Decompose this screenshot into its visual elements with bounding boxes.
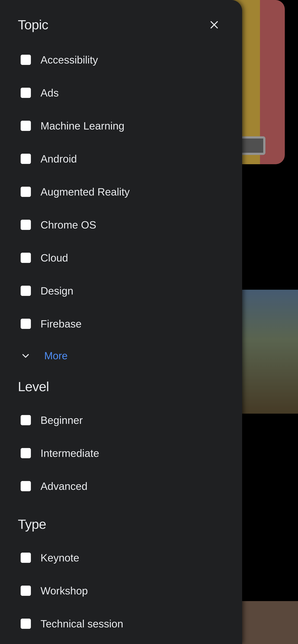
checkbox[interactable] (21, 319, 31, 329)
filter-label: Keynote (41, 552, 79, 564)
checkbox[interactable] (21, 552, 31, 563)
filter-label: Technical session (41, 618, 123, 630)
filter-label: Augmented Reality (41, 186, 130, 198)
checkbox[interactable] (21, 220, 31, 230)
checkbox[interactable] (21, 286, 31, 296)
close-icon (209, 19, 220, 30)
filter-item-technical-session[interactable]: Technical session (18, 607, 223, 640)
filter-label: Design (41, 285, 73, 297)
filter-item-accessibility[interactable]: Accessibility (18, 43, 223, 76)
section-title-type: Type (18, 516, 223, 532)
filter-item-ads[interactable]: Ads (18, 76, 223, 109)
checkbox[interactable] (21, 415, 31, 425)
filter-label: Cloud (41, 252, 68, 264)
checkbox[interactable] (21, 121, 31, 131)
checkbox[interactable] (21, 481, 31, 491)
filter-item-firebase[interactable]: Firebase (18, 307, 223, 340)
section-title-topic: Topic (18, 17, 48, 32)
filter-drawer: Topic Accessibility Ads Machine Learning (0, 0, 242, 644)
filter-label: Machine Learning (41, 120, 124, 132)
filter-item-cloud[interactable]: Cloud (18, 241, 223, 274)
filter-label: Android (41, 153, 77, 165)
checkbox[interactable] (21, 448, 31, 458)
filter-label: Ads (41, 87, 59, 99)
checkbox[interactable] (21, 586, 31, 596)
filter-label: Intermediate (41, 447, 99, 459)
checkbox[interactable] (21, 187, 31, 197)
filter-item-design[interactable]: Design (18, 274, 223, 307)
filter-item-android[interactable]: Android (18, 142, 223, 175)
section-title-level: Level (18, 379, 223, 394)
filter-item-machine-learning[interactable]: Machine Learning (18, 109, 223, 142)
filter-item-intermediate[interactable]: Intermediate (18, 436, 223, 470)
filter-item-workshop[interactable]: Workshop (18, 574, 223, 607)
checkbox[interactable] (21, 618, 31, 629)
type-filter-list: Keynote Workshop Technical session (18, 541, 223, 640)
close-button[interactable] (208, 18, 220, 31)
filter-label: Beginner (41, 414, 83, 426)
checkbox[interactable] (21, 253, 31, 263)
filter-label: Accessibility (41, 54, 98, 66)
more-label: More (44, 350, 68, 362)
filter-label: Workshop (41, 585, 88, 597)
filter-item-beginner[interactable]: Beginner (18, 404, 223, 436)
checkbox[interactable] (21, 88, 31, 98)
filter-item-advanced[interactable]: Advanced (18, 470, 223, 502)
checkbox[interactable] (21, 154, 31, 164)
more-topics-button[interactable]: More (18, 340, 223, 371)
checkbox[interactable] (21, 55, 31, 65)
filter-label: Chrome OS (41, 219, 96, 231)
filter-item-augmented-reality[interactable]: Augmented Reality (18, 175, 223, 208)
topic-filter-list: Accessibility Ads Machine Learning Andro… (18, 43, 223, 340)
filter-label: Advanced (41, 480, 87, 492)
filter-label: Firebase (41, 318, 82, 330)
filter-item-chrome-os[interactable]: Chrome OS (18, 208, 223, 241)
level-filter-list: Beginner Intermediate Advanced (18, 404, 223, 502)
filter-item-keynote[interactable]: Keynote (18, 541, 223, 574)
chevron-down-icon (19, 350, 32, 362)
